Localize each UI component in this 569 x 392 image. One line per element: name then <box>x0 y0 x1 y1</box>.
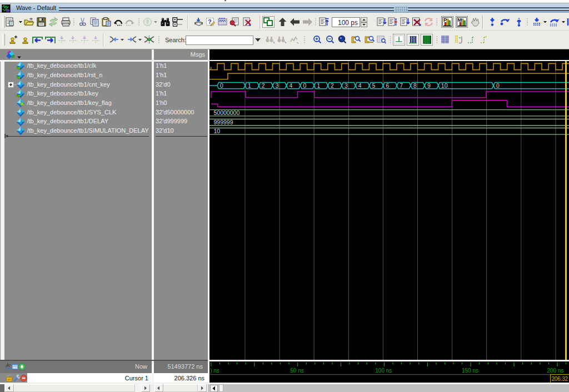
svg-text:) ns: ) ns <box>210 368 219 374</box>
svg-text:0: 0 <box>496 82 500 89</box>
svg-text:50000000: 50000000 <box>214 109 240 116</box>
svg-text:6: 6 <box>386 82 389 89</box>
svg-text:200 ns: 200 ns <box>547 368 563 374</box>
svg-text:P: P <box>443 17 447 23</box>
svg-text:10: 10 <box>441 82 448 89</box>
svg-text:10: 10 <box>214 128 221 134</box>
svg-text:0: 0 <box>303 82 306 89</box>
svg-text:100 ns: 100 ns <box>375 368 392 374</box>
svg-text:3: 3 <box>345 82 348 89</box>
svg-text:150 ns: 150 ns <box>462 368 478 374</box>
svg-text:7: 7 <box>400 82 403 89</box>
svg-text:9: 9 <box>427 82 431 89</box>
svg-text:8: 8 <box>413 82 417 89</box>
svg-text:3: 3 <box>276 82 279 89</box>
svg-text:0: 0 <box>220 82 223 89</box>
svg-text:4: 4 <box>290 82 293 89</box>
svg-text:2: 2 <box>262 82 265 89</box>
svg-text:M: M <box>458 17 462 23</box>
svg-text:1: 1 <box>317 82 320 89</box>
svg-text:1: 1 <box>248 82 251 89</box>
svg-text:4: 4 <box>358 82 362 89</box>
svg-text:999999: 999999 <box>214 119 233 125</box>
svg-text:?: ? <box>208 18 212 25</box>
svg-text:50 ns: 50 ns <box>290 368 303 374</box>
svg-text:2: 2 <box>331 82 334 89</box>
svg-text:5: 5 <box>372 82 376 89</box>
